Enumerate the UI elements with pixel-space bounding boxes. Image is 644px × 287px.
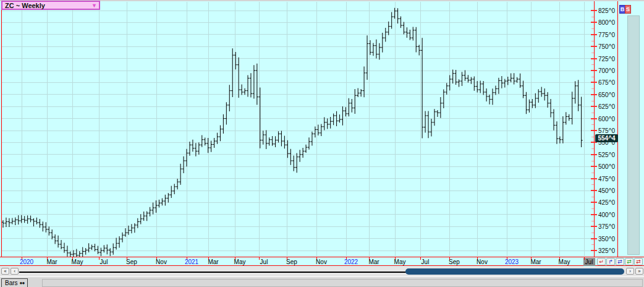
price-tick-mark	[591, 214, 597, 215]
price-tick-mark	[591, 82, 597, 83]
return-arrow-icon[interactable]: ↵	[597, 258, 606, 265]
status-dots-icon: ●●	[20, 280, 25, 287]
h-arrows-red-icon[interactable]: ⇄	[634, 258, 643, 265]
bottom-tab-bar: Bars ●●	[0, 276, 644, 287]
price-tick-mark	[591, 94, 597, 95]
scroll-far-left-button[interactable]: «	[1, 268, 9, 275]
price-minor-tick	[591, 221, 594, 221]
price-tick-mark	[591, 190, 597, 191]
price-tick-mark	[591, 10, 597, 11]
month-label: Nov	[316, 259, 327, 265]
year-label: 2022	[344, 259, 358, 265]
price-minor-tick	[591, 64, 594, 65]
month-label: Jul	[422, 259, 430, 265]
price-tick-label: 350^0	[598, 236, 615, 242]
price-tick-mark	[591, 46, 597, 47]
horizontal-scrollbar[interactable]: « ‹ › »	[0, 267, 644, 276]
price-minor-tick	[591, 197, 594, 197]
tab-bars[interactable]: Bars ●●	[1, 278, 28, 287]
price-tick-mark	[591, 130, 597, 131]
price-tick-label: 675^0	[598, 79, 615, 86]
month-label: May	[234, 259, 246, 265]
month-label: Sep	[126, 259, 137, 265]
h-arrows-green-icon[interactable]: ⇄	[625, 258, 633, 265]
h-arrows-blue-icon[interactable]: ⇄	[616, 258, 624, 265]
tab-bar-spacer	[42, 279, 643, 287]
month-label: Jul	[260, 259, 268, 265]
price-tick-label: 575^0	[598, 127, 615, 134]
year-label: 2021	[185, 259, 198, 265]
month-label: May	[559, 259, 570, 265]
month-label: Jul	[585, 259, 593, 265]
scroll-far-right-button[interactable]: »	[635, 268, 643, 275]
price-minor-tick	[591, 113, 594, 113]
price-tick-mark	[591, 238, 597, 239]
price-tick-mark	[591, 178, 597, 179]
price-tick-label: 725^0	[598, 56, 615, 62]
price-minor-tick	[591, 77, 594, 77]
price-minor-tick	[591, 137, 594, 137]
price-tick-mark	[591, 70, 597, 71]
price-tick-mark	[591, 106, 597, 107]
price-minor-tick	[591, 101, 594, 101]
month-label: May	[394, 259, 406, 265]
price-chart-plot[interactable]	[0, 0, 618, 257]
scrollbar-track[interactable]	[19, 272, 406, 273]
month-label: May	[72, 259, 83, 265]
month-label: Mar	[368, 259, 379, 265]
scroll-right-button[interactable]: ›	[626, 268, 634, 275]
price-tick-label: 500^0	[598, 163, 615, 170]
scrollbar-thumb[interactable]	[405, 268, 624, 275]
chevron-down-icon[interactable]: ▼	[91, 2, 97, 9]
scroll-left-button[interactable]: ‹	[11, 268, 19, 275]
price-tick-mark	[591, 22, 597, 23]
month-label: Jul	[100, 259, 108, 265]
price-minor-tick	[591, 173, 594, 173]
price-tick-label: 600^0	[598, 116, 615, 122]
price-minor-tick	[591, 17, 594, 17]
price-tick-label: 425^0	[598, 199, 615, 206]
price-axis-scrollbar[interactable]	[627, 15, 640, 255]
chart-left-border	[1, 1, 2, 266]
month-label: Mar	[208, 259, 218, 265]
price-minor-tick	[591, 148, 594, 149]
price-tick-label: 775^0	[598, 32, 615, 38]
price-tick-label: 650^0	[598, 92, 615, 98]
chart-window: ZC ~ Weekly ▼ 825^0800^0775^0750^0725^07…	[0, 0, 644, 287]
price-minor-tick	[591, 41, 594, 41]
symbol-dropdown-label: ZC ~ Weekly	[5, 2, 45, 9]
price-tick-mark	[591, 226, 597, 227]
price-tick-mark	[591, 154, 597, 155]
price-tick-label: 450^0	[598, 187, 615, 194]
month-label: Sep	[449, 259, 460, 265]
price-tick-label: 750^0	[598, 43, 615, 50]
price-axis[interactable]: 825^0800^0775^0750^0725^0700^0675^0650^0…	[595, 1, 618, 257]
date-axis[interactable]: 2020MarMayJulSepNov2021MarMayJulSepNov20…	[0, 257, 644, 266]
price-tick-label: 800^0	[598, 19, 615, 26]
month-label: Sep	[286, 259, 297, 265]
year-label: 2023	[505, 259, 519, 265]
sell-button[interactable]: S	[625, 5, 631, 14]
price-minor-tick	[591, 161, 594, 161]
month-label: Nov	[477, 259, 488, 265]
price-tick-label: 525^0	[598, 152, 615, 158]
price-tick-mark	[591, 118, 597, 119]
symbol-dropdown[interactable]: ZC ~ Weekly ▼	[1, 1, 100, 10]
price-tick-label: 700^0	[598, 67, 615, 74]
price-tick-label: 825^0	[598, 7, 615, 14]
month-label: Nov	[156, 259, 167, 265]
price-minor-tick	[591, 233, 594, 233]
corner-arrow-icon[interactable]: ↱	[606, 258, 615, 265]
price-tick-label: 375^0	[598, 223, 615, 230]
price-tick-label: 325^0	[598, 247, 615, 254]
price-minor-tick	[591, 88, 594, 89]
month-label: Mar	[46, 259, 57, 265]
price-minor-tick	[591, 124, 594, 125]
price-tick-label: 625^0	[598, 103, 615, 110]
price-tick-mark	[591, 166, 597, 167]
price-minor-tick	[591, 184, 594, 185]
price-tick-mark	[591, 250, 597, 251]
year-label: 2020	[20, 259, 33, 265]
price-tick-label: 400^0	[598, 212, 615, 218]
price-tick-label: 475^0	[598, 176, 615, 182]
